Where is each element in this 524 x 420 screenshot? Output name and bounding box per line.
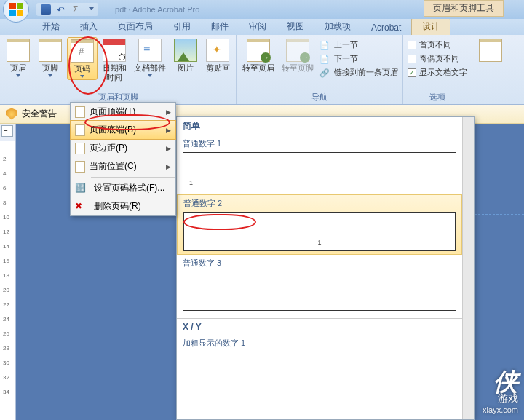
gallery-item-plain-3[interactable]: 普通数字 3 — [177, 255, 462, 314]
show-document-text-checkbox[interactable]: ✓显示文档文字 — [406, 66, 469, 79]
chevron-down-icon — [48, 74, 52, 77]
date-time-button[interactable]: 日期和时间 — [99, 37, 130, 84]
tab-insert[interactable]: 插入 — [70, 18, 108, 35]
menu-bottom-of-page[interactable]: 页面底端(B)▶ — [70, 120, 176, 140]
next-section-button[interactable]: 📄下一节 — [318, 52, 400, 65]
clipart-button[interactable]: 剪贴画 — [202, 37, 233, 74]
tab-design[interactable]: 设计 — [411, 17, 450, 35]
prev-section-icon: 📄 — [319, 41, 331, 49]
gallery-header-simple: 简单 — [177, 117, 462, 135]
tab-view[interactable]: 视图 — [277, 18, 314, 35]
prev-section-button[interactable]: 📄上一节 — [318, 39, 400, 51]
remove-icon: ✖ — [75, 201, 90, 213]
undo-icon[interactable] — [57, 4, 67, 15]
chevron-down-icon — [16, 74, 20, 77]
submenu-arrow-icon: ▶ — [166, 145, 171, 152]
link-previous-button[interactable]: 🔗链接到前一条页眉 — [318, 66, 400, 79]
page-number-button[interactable]: 页码 — [67, 37, 98, 80]
gallery-scrollbar[interactable] — [462, 117, 474, 419]
quick-access-toolbar — [36, 3, 98, 16]
tab-pagelayout[interactable]: 页面布局 — [108, 18, 163, 35]
header-button[interactable]: 页眉 — [3, 37, 33, 79]
gallery-item-bold-1[interactable]: 加粗显示的数字 1 — [177, 335, 462, 352]
partial-button[interactable] — [475, 37, 506, 65]
menu-remove-page-numbers[interactable]: ✖删除页码(R) — [71, 197, 175, 215]
tab-references[interactable]: 引用 — [163, 18, 201, 35]
title-bar: .pdf · Adobe Acrobat Pro 页眉和页脚工具 — [0, 0, 524, 19]
group-label: 选项 — [406, 90, 469, 104]
checkbox-icon: ✓ — [408, 68, 416, 77]
page-number-gallery: 简单 普通数字 1 1 普通数字 2 1 普通数字 3 X / Y 加粗显示的数… — [176, 116, 475, 420]
gallery-header-xy: X / Y — [177, 318, 462, 335]
window-title: .pdf · Adobe Acrobat Pro — [113, 5, 199, 14]
tab-selector-icon[interactable] — [1, 125, 13, 137]
next-section-icon: 📄 — [319, 55, 331, 63]
ruler-ticks: 246810121416182022242628303234 — [0, 141, 15, 420]
section-dashline — [475, 214, 524, 215]
submenu-arrow-icon: ▶ — [166, 127, 171, 134]
footer-button[interactable]: 页脚 — [35, 37, 66, 79]
checkbox-icon — [408, 41, 416, 49]
qat-dropdown-icon[interactable] — [89, 7, 94, 12]
tab-review[interactable]: 审阅 — [239, 18, 277, 35]
format-icon: 🔢 — [75, 183, 90, 194]
quick-parts-button[interactable]: 文档部件 — [131, 37, 169, 79]
checkbox-icon — [408, 55, 416, 63]
submenu-arrow-icon: ▶ — [166, 108, 171, 116]
footer-icon — [39, 39, 62, 62]
watermark: 侠 游戏 xiayx.com — [483, 371, 518, 414]
group-navigation: 转至页眉 转至页脚 📄上一节 📄下一节 🔗链接到前一条页眉 导航 — [237, 35, 403, 104]
gallery-preview — [183, 272, 456, 311]
goto-footer-button[interactable]: 转至页脚 — [279, 37, 317, 74]
chevron-down-icon — [148, 74, 152, 77]
current-pos-icon — [75, 161, 85, 173]
chevron-down-icon — [80, 75, 84, 78]
menu-format-page-numbers[interactable]: 🔢设置页码格式(F)... — [71, 179, 175, 197]
vertical-ruler: 246810121416182022242628303234 — [0, 124, 16, 420]
page-bottom-icon — [75, 124, 85, 136]
picture-icon — [174, 39, 197, 62]
calendar-icon — [103, 39, 126, 62]
goto-header-button[interactable]: 转至页眉 — [239, 37, 277, 74]
gallery-item-plain-2[interactable]: 普通数字 2 1 — [177, 194, 462, 255]
gallery-item-plain-1[interactable]: 普通数字 1 1 — [177, 135, 462, 194]
page-top-icon — [75, 106, 85, 118]
different-odd-even-checkbox[interactable]: 奇偶页不同 — [406, 52, 469, 65]
tab-acrobat[interactable]: Acrobat — [361, 20, 411, 35]
menu-top-of-page[interactable]: 页面顶端(T)▶ — [71, 103, 175, 121]
menu-separator — [91, 177, 175, 178]
contextual-tab-label: 页眉和页脚工具 — [424, 0, 504, 17]
group-partial — [472, 35, 509, 104]
tab-mailings[interactable]: 邮件 — [201, 18, 239, 35]
office-logo-icon — [9, 3, 23, 16]
parts-icon — [138, 39, 162, 62]
sigma-icon[interactable] — [73, 4, 83, 15]
header-icon — [7, 39, 30, 62]
page-margin-icon — [75, 143, 85, 154]
gallery-preview: 1 — [183, 152, 456, 191]
ribbon: 页眉 页脚 页码 日期和时间 文档部件 图片 剪贴画 页眉和页脚 转至页眉 转至… — [0, 35, 524, 105]
different-first-page-checkbox[interactable]: 首页不同 — [406, 39, 469, 51]
shield-icon — [6, 108, 17, 120]
picture-button[interactable]: 图片 — [170, 37, 201, 74]
menu-current-position[interactable]: 当前位置(C)▶ — [71, 157, 175, 175]
link-icon: 🔗 — [319, 68, 331, 77]
ribbon-tabs: 开始 插入 页面布局 引用 邮件 审阅 视图 加载项 Acrobat 设计 — [0, 19, 524, 35]
menu-page-margins[interactable]: 页边距(P)▶ — [71, 139, 175, 157]
gallery-preview: 1 — [183, 212, 456, 251]
goto-header-icon — [247, 39, 270, 62]
clipart-icon — [206, 39, 229, 62]
page-number-icon — [71, 39, 94, 63]
group-options: 首页不同 奇偶页不同 ✓显示文档文字 选项 — [403, 35, 472, 104]
group-label: 导航 — [239, 90, 400, 104]
goto-footer-icon — [286, 39, 309, 62]
submenu-arrow-icon: ▶ — [166, 163, 171, 170]
save-icon[interactable] — [41, 4, 51, 15]
group-header-footer: 页眉 页脚 页码 日期和时间 文档部件 图片 剪贴画 页眉和页脚 — [0, 35, 237, 104]
tab-home[interactable]: 开始 — [32, 18, 70, 35]
security-warning-label: 安全警告 — [22, 108, 57, 120]
page-icon — [479, 39, 502, 62]
tab-addins[interactable]: 加载项 — [314, 18, 361, 35]
page-number-menu: 页面顶端(T)▶ 页面底端(B)▶ 页边距(P)▶ 当前位置(C)▶ 🔢设置页码… — [70, 102, 176, 216]
